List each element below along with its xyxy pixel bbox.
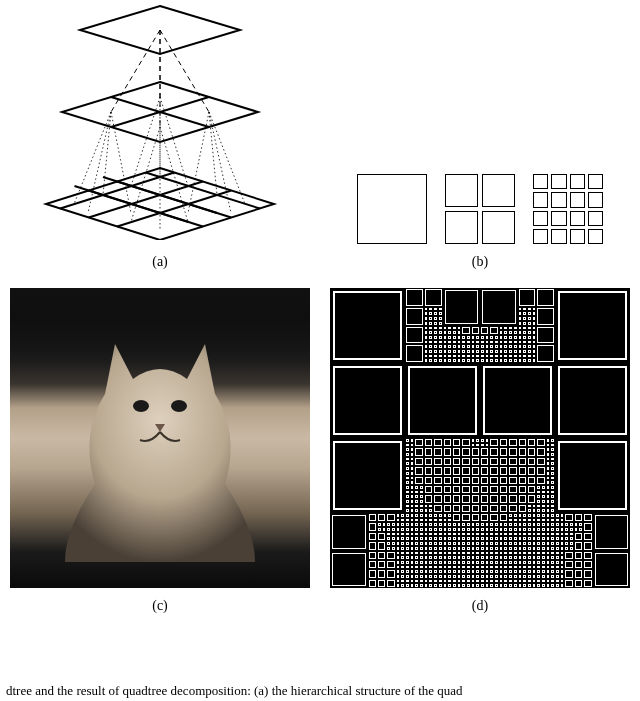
quadtree-cell — [558, 291, 627, 360]
quadtree-cell — [467, 359, 470, 362]
quadtree-cell — [425, 355, 428, 358]
quadtree-cell — [453, 566, 456, 569]
quadtree-cell — [481, 350, 484, 353]
quadtree-cell — [570, 542, 573, 545]
quadtree-cell — [444, 448, 451, 455]
quadtree-cell — [500, 528, 503, 531]
quadtree-cell — [556, 580, 559, 583]
quadtree-cell — [481, 345, 484, 348]
quadtree-cell — [486, 537, 489, 540]
quadtree-cell — [467, 556, 470, 559]
quadtree-cell — [490, 533, 493, 536]
quadtree-cell — [537, 514, 540, 517]
quadtree-cell — [537, 448, 544, 455]
quadtree-cell — [486, 552, 489, 555]
quadtree-cell — [397, 552, 400, 555]
quadtree-cell — [533, 312, 536, 315]
quadtree-cell — [425, 467, 432, 474]
quadtree-cell — [387, 580, 394, 587]
quadtree-cell — [397, 566, 400, 569]
quadtree-cell — [476, 561, 479, 564]
quadtree-cell — [523, 566, 526, 569]
quadtree-cell — [429, 327, 432, 330]
quadtree-cell — [556, 514, 559, 517]
quadtree-cell — [411, 556, 414, 559]
quadtree-cell — [458, 533, 461, 536]
quadtree-cell — [444, 584, 447, 587]
quadtree-cell — [406, 566, 409, 569]
quadtree-cell — [482, 290, 516, 324]
quadtree-cell — [509, 355, 512, 358]
quadtree-cell — [369, 552, 376, 559]
quadtree-cell — [369, 570, 376, 577]
quadtree-cell — [425, 345, 428, 348]
quadtree-cell — [425, 477, 432, 484]
quadtree-cell — [411, 458, 414, 461]
quadtree-cell — [434, 355, 437, 358]
quadtree-cell — [500, 359, 503, 362]
quadtree-cell — [425, 458, 432, 465]
quadtree-cell — [411, 467, 414, 470]
quadtree-cell — [575, 533, 582, 540]
quadtree-cell — [509, 570, 512, 573]
quadtree-cell — [528, 345, 531, 348]
quadtree-cell — [458, 345, 461, 348]
quadtree-cell — [542, 566, 545, 569]
quadtree-cell — [420, 500, 423, 503]
quadtree-cell — [490, 350, 493, 353]
quadtree-cell — [369, 533, 376, 540]
quadtree-cell — [495, 584, 498, 587]
quadtree-cell — [537, 495, 540, 498]
quadtree-cell — [533, 336, 536, 339]
quadtree-cell — [439, 312, 442, 315]
quadtree-cell — [467, 523, 470, 526]
quadtree-cell — [420, 556, 423, 559]
quadtree-cell — [509, 495, 516, 502]
quadtree-cell — [425, 537, 428, 540]
label-d: (d) — [472, 598, 488, 614]
quadtree-cell — [556, 584, 559, 587]
panel-b: (b) — [320, 0, 640, 288]
grid-level-4 — [533, 174, 603, 244]
quadtree-cell — [439, 575, 442, 578]
quadtree-cell — [458, 556, 461, 559]
quadtree-cell — [406, 491, 409, 494]
quadtree-cell — [481, 556, 484, 559]
quadtree-cell — [509, 556, 512, 559]
quadtree-cell — [542, 523, 545, 526]
quadtree-cell — [462, 570, 465, 573]
quadtree-cell — [439, 542, 442, 545]
quadtree-cell — [495, 345, 498, 348]
quadtree-cell — [429, 505, 432, 508]
quadtree-cell — [415, 547, 418, 550]
quadtree-cell — [476, 547, 479, 550]
quadtree-cell — [556, 542, 559, 545]
quadtree-cell — [551, 458, 554, 461]
quadtree-cell — [509, 331, 512, 334]
quadtree-cell — [411, 514, 414, 517]
quadtree-cell — [519, 542, 522, 545]
quadtree-cell — [547, 584, 550, 587]
quadtree-cell — [533, 566, 536, 569]
quadtree-cell — [472, 542, 475, 545]
quadtree-cell — [523, 519, 526, 522]
quadtree-cell — [528, 322, 531, 325]
quadtree-cell — [448, 542, 451, 545]
quadtree-cell — [481, 359, 484, 362]
quadtree-cell — [415, 495, 418, 498]
quadtree-cell — [561, 561, 564, 564]
quadtree-cell — [490, 439, 497, 446]
quadtree-cell — [504, 355, 507, 358]
quadtree-cell — [415, 486, 418, 489]
quadtree-cell — [519, 327, 522, 330]
quadtree-cell — [490, 542, 493, 545]
quadtree-cell — [411, 439, 414, 442]
quadtree-cell — [397, 537, 400, 540]
quadtree-cell — [406, 477, 409, 480]
quadtree-cell — [458, 566, 461, 569]
quadtree-cell — [537, 580, 540, 583]
quadtree-cell — [542, 556, 545, 559]
quadtree-cell — [533, 350, 536, 353]
quadtree-cell — [509, 439, 516, 446]
quadtree-cell — [429, 580, 432, 583]
